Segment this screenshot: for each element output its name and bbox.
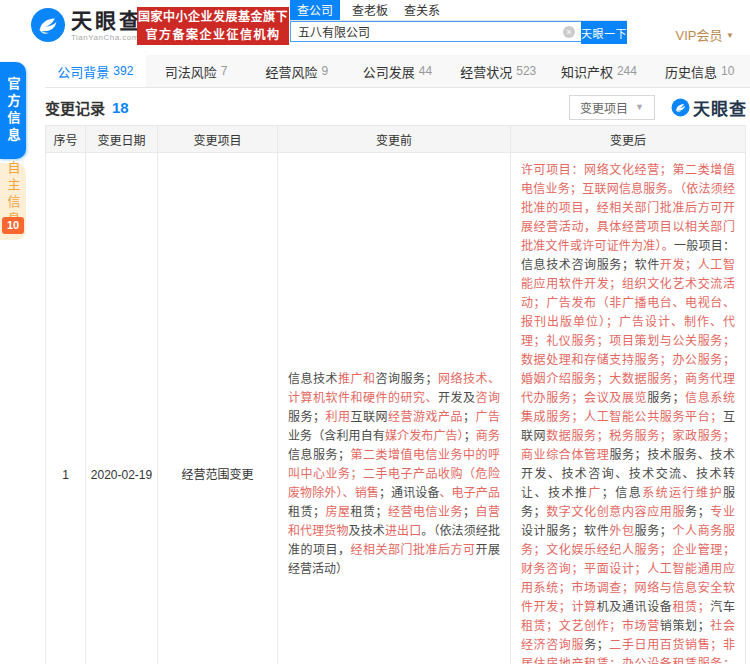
- change-records-header: 变更记录 18 变更项目 ▼ 天眼查: [45, 92, 747, 122]
- nav-tab-count: 392: [113, 64, 133, 78]
- company-nav: 公司背景 392 司法风险 7 经营风险 9 公司发展 44 经营状况 523 …: [45, 55, 750, 88]
- change-records-table: 序号 变更日期 变更项目 变更前 变更后 1 2020-02-19 经营范围变更…: [45, 125, 746, 664]
- official-info-label: 官方信息: [4, 77, 23, 145]
- row-before-content: 信息技术推广和咨询服务；网络技术、计算机软件和硬件的研究、开发及咨询服务；利用互…: [278, 153, 511, 664]
- self-info-count-badge: 10: [2, 217, 24, 234]
- col-header-item: 变更项目: [158, 126, 278, 153]
- nav-tab-operation-risk[interactable]: 经营风险 9: [246, 55, 347, 87]
- tianyancha-eye-icon: [671, 98, 690, 117]
- table-header-row: 序号 变更日期 变更项目 变更前 变更后: [46, 126, 746, 153]
- search-area: 查公司 查老板 查关系 × 天眼一下: [290, 2, 627, 44]
- nav-tab-label: 经营风险: [265, 62, 317, 81]
- nav-tab-count: 244: [617, 64, 637, 78]
- chevron-down-icon: ▼: [726, 31, 734, 40]
- gov-certification-badge: 国家中小企业发展基金旗下 官方备案企业征信机构: [137, 7, 289, 45]
- gov-badge-line1: 国家中小企业发展基金旗下: [137, 8, 289, 26]
- table-row: 1 2020-02-19 经营范围变更 信息技术推广和咨询服务；网络技术、计算机…: [46, 153, 746, 664]
- clear-icon[interactable]: ×: [563, 26, 575, 38]
- logo-text: 天眼查 TianYanCha.com: [71, 9, 143, 42]
- section-count: 18: [112, 99, 129, 116]
- vip-member-link[interactable]: VIP会员 ▼: [675, 25, 734, 44]
- tianyancha-page: 天眼查 TianYanCha.com 国家中小企业发展基金旗下 官方备案企业征信…: [0, 0, 750, 664]
- search-tab-company[interactable]: 查公司: [290, 0, 340, 20]
- col-header-index: 序号: [46, 126, 86, 153]
- nav-tab-legal-risk[interactable]: 司法风险 7: [146, 55, 247, 87]
- row-change-date: 2020-02-19: [86, 153, 158, 664]
- nav-tab-label: 历史信息: [665, 62, 717, 81]
- change-item-filter-button[interactable]: 变更项目 ▼: [569, 95, 655, 120]
- watermark-brand-text: 天眼查: [693, 95, 747, 120]
- logo-domain: TianYanCha.com: [71, 33, 143, 42]
- col-header-before: 变更前: [278, 126, 511, 153]
- tianyancha-eye-icon: [30, 7, 66, 43]
- nav-tab-label: 知识产权: [561, 62, 613, 81]
- nav-tab-label: 司法风险: [165, 62, 217, 81]
- nav-tab-label: 公司发展: [363, 62, 415, 81]
- nav-tab-label: 经营状况: [460, 62, 512, 81]
- col-header-date: 变更日期: [86, 126, 158, 153]
- search-tab-boss[interactable]: 查老板: [352, 0, 388, 20]
- nav-tab-history-info[interactable]: 历史信息 10: [649, 55, 750, 87]
- filter-button-label: 变更项目: [580, 99, 628, 116]
- search-input-box: ×: [290, 21, 581, 44]
- search-bar: × 天眼一下: [290, 21, 627, 44]
- nav-tab-count: 9: [321, 64, 328, 78]
- nav-tab-count: 7: [221, 64, 228, 78]
- site-logo[interactable]: 天眼查 TianYanCha.com: [30, 7, 143, 43]
- nav-tab-label: 公司背景: [57, 62, 109, 81]
- section-title: 变更记录: [45, 97, 105, 118]
- nav-tab-count: 44: [419, 64, 432, 78]
- search-tab-relation[interactable]: 查关系: [404, 0, 440, 20]
- gov-badge-line2: 官方备案企业征信机构: [137, 26, 289, 44]
- nav-tab-intellectual-property[interactable]: 知识产权 244: [549, 55, 650, 87]
- search-tabs: 查公司 查老板 查关系: [290, 2, 627, 21]
- nav-tab-company-background[interactable]: 公司背景 392: [45, 55, 146, 87]
- row-after-content: 许可项目：网络文化经营；第二类增值电信业务；互联网信息服务。（依法须经批准的项目…: [511, 153, 746, 664]
- nav-tab-operating-status[interactable]: 经营状况 523: [448, 55, 549, 87]
- chevron-down-icon: ▼: [635, 102, 644, 112]
- vip-label: VIP会员: [675, 28, 722, 43]
- row-change-item: 经营范围变更: [158, 153, 278, 664]
- site-header: 天眼查 TianYanCha.com 国家中小企业发展基金旗下 官方备案企业征信…: [0, 0, 750, 52]
- logo-name: 天眼查: [71, 9, 143, 33]
- search-input[interactable]: [290, 21, 581, 42]
- col-header-after: 变更后: [511, 126, 746, 153]
- search-button[interactable]: 天眼一下: [581, 21, 627, 44]
- sidebar-tab-official-info[interactable]: 官方信息: [0, 62, 26, 159]
- nav-tab-count: 10: [721, 64, 734, 78]
- row-index: 1: [46, 153, 86, 664]
- watermark-brand: 天眼查: [671, 95, 747, 120]
- nav-tab-count: 523: [516, 64, 536, 78]
- nav-tab-company-development[interactable]: 公司发展 44: [347, 55, 448, 87]
